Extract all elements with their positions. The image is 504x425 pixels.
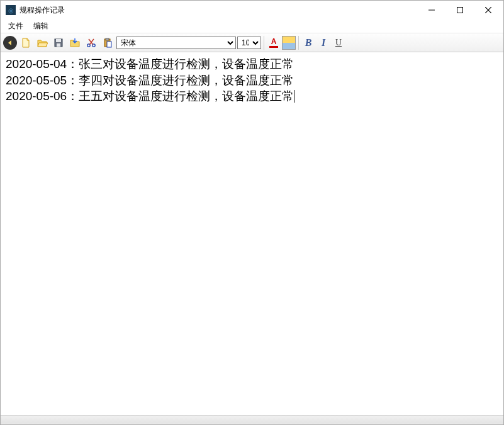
- undo-button[interactable]: [3, 36, 17, 50]
- font-family-select[interactable]: 宋体: [116, 37, 236, 49]
- font-size-select[interactable]: 10: [237, 37, 261, 49]
- italic-button[interactable]: I: [316, 36, 330, 50]
- save-as-button[interactable]: [67, 35, 82, 50]
- editor-line: 2020-05-06：王五对设备温度进行检测，设备温度正常: [6, 88, 498, 105]
- svg-rect-13: [107, 42, 111, 47]
- text-cursor: [294, 90, 294, 103]
- font-color-swatch: [269, 46, 278, 48]
- text-editor[interactable]: 2020-05-04：张三对设备温度进行检测，设备温度正常 2020-05-05…: [1, 52, 503, 415]
- save-button[interactable]: [51, 35, 66, 50]
- open-file-button[interactable]: [35, 35, 50, 50]
- bold-button[interactable]: B: [301, 36, 315, 50]
- menu-file[interactable]: 文件: [3, 20, 28, 33]
- window-controls: [417, 1, 502, 19]
- minimize-button[interactable]: [417, 1, 445, 19]
- menubar: 文件 编辑: [1, 20, 503, 33]
- window-title: 规程操作记录: [20, 5, 417, 16]
- new-file-button[interactable]: [18, 35, 33, 50]
- close-button[interactable]: [474, 1, 502, 19]
- svg-rect-12: [106, 38, 109, 40]
- maximize-button[interactable]: [445, 1, 474, 19]
- font-color-button[interactable]: A: [267, 36, 281, 50]
- statusbar: [1, 415, 503, 424]
- svg-rect-6: [57, 43, 60, 47]
- svg-rect-1: [457, 8, 462, 13]
- highlight-color-button[interactable]: [282, 36, 296, 50]
- svg-rect-5: [56, 39, 61, 42]
- editor-line: 2020-05-05：李四对设备温度进行检测，设备温度正常: [6, 72, 498, 89]
- toolbar: 宋体 10 A B I U: [1, 33, 503, 52]
- paste-button[interactable]: [100, 35, 115, 50]
- underline-button[interactable]: U: [332, 36, 345, 50]
- menu-edit[interactable]: 编辑: [28, 20, 53, 33]
- font-color-label: A: [271, 37, 277, 46]
- separator: [298, 36, 299, 50]
- editor-line: 2020-05-04：张三对设备温度进行检测，设备温度正常: [6, 56, 498, 72]
- app-icon: ◎: [6, 5, 16, 15]
- titlebar: ◎ 规程操作记录: [1, 1, 503, 20]
- separator: [264, 36, 264, 50]
- cut-button[interactable]: [84, 35, 99, 50]
